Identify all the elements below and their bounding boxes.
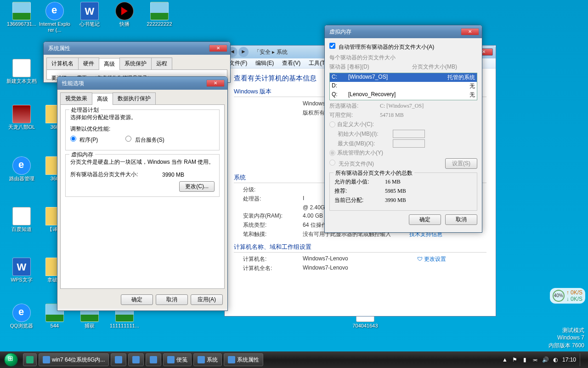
ie-icon (45, 2, 64, 20)
start-button[interactable] (0, 351, 22, 368)
taskbar-item[interactable]: 便笺 (163, 353, 192, 366)
desktop-icon[interactable]: 222222222 (143, 2, 175, 27)
virtual-memory-dialog: 虚拟内存 ✕ 自动管理所有驱动器的分页文件大小(A) 每个驱动器的分页文件大小 … (324, 25, 482, 233)
taskbar-item[interactable] (146, 353, 161, 366)
txt-icon (12, 59, 31, 77)
tab-高级[interactable]: 高级 (99, 58, 120, 70)
apply-button[interactable]: 应用(A) (191, 294, 223, 305)
bgservices-radio[interactable]: 后台服务(S) (125, 136, 164, 144)
desktop-icon[interactable]: 快播 (108, 2, 141, 27)
programs-radio[interactable]: 程序(P) (70, 136, 98, 144)
ie-icon (12, 304, 31, 322)
desktop: 1366967​31...Internet Explorer (...W心书笔记… (0, 0, 588, 368)
network-icon[interactable]: ⫘ (532, 356, 538, 363)
set-button: 设置(S) (445, 158, 477, 169)
desktop-icon[interactable]: WWPS文字 (6, 258, 38, 283)
initial-size-input (393, 130, 425, 138)
desktop-icon[interactable]: 天龙八部OL (6, 105, 38, 130)
clock[interactable]: 17:10 (562, 356, 576, 363)
tabs: 计算机名硬件高级系统保护远程 (46, 58, 227, 70)
desktop-icon[interactable]: 百度知道 (6, 207, 38, 232)
performance-options-dialog: 性能选项 ✕ 视觉效果高级数据执行保护 处理器计划 选择如何分配处理器资源。 调… (57, 76, 228, 311)
tab-视觉效果[interactable]: 视觉效果 (60, 92, 92, 104)
taskbar-item[interactable]: 系统属性 (224, 353, 263, 366)
desktop-icon[interactable]: Internet Explorer (... (39, 2, 71, 33)
tab-远程[interactable]: 远程 (151, 58, 172, 69)
taskbar-item[interactable] (128, 353, 144, 366)
group-label: 虚拟内存 (69, 151, 95, 159)
dialog-title: 性能选项 (60, 80, 206, 87)
close-button[interactable]: ✕ (206, 80, 225, 87)
txt-icon (12, 207, 31, 225)
drive-row[interactable]: C:[Windows7_OS]托管的系统 (330, 73, 477, 82)
section-header: 计算机名称、域和工作组设置 (234, 243, 486, 253)
system-managed-radio: 系统管理的大小(Y) (329, 149, 477, 157)
menu-item[interactable]: 查看(V) (282, 59, 300, 67)
menu-item[interactable]: 文件(F) (229, 59, 247, 67)
custom-size-radio: 自定义大小(C): (329, 121, 477, 128)
ie-icon (12, 156, 31, 175)
close-button[interactable]: ✕ (461, 28, 479, 35)
dialog-title: 虚拟内存 (328, 28, 461, 36)
taskbar-item[interactable] (111, 353, 126, 366)
tab-硬件[interactable]: 硬件 (78, 58, 99, 69)
desktop-icon[interactable]: QQ浏览器 (6, 304, 38, 329)
wps-icon: W (80, 2, 99, 20)
tab-计算机名[interactable]: 计算机名 (46, 58, 79, 69)
desktop-icon[interactable]: 新建文本文档 (6, 59, 38, 84)
tab-系统保护[interactable]: 系统保护 (119, 58, 152, 69)
max-size-input (393, 139, 425, 148)
show-desktop-button[interactable] (580, 353, 584, 366)
drive-row[interactable]: Q:[Lenovo_Recovery]无 (330, 91, 477, 99)
pinned-app[interactable] (23, 353, 37, 366)
desktop-icon[interactable]: 1366967​31... (6, 2, 38, 27)
dialog-title: 系统属性 (46, 45, 209, 52)
tab-高级[interactable]: 高级 (92, 93, 113, 105)
qbo-icon (115, 2, 134, 20)
watermark: 测试模式Windows 7内部版本 7600 (548, 327, 584, 350)
flag-icon[interactable]: ⚑ (512, 356, 518, 363)
wps-icon: W (12, 258, 31, 276)
group-label: 处理器计划 (69, 106, 101, 114)
cancel-button[interactable]: 取消 (156, 294, 188, 305)
ok-button[interactable]: 确定 (121, 294, 153, 305)
no-paging-radio: 无分页文件(N) (329, 160, 374, 168)
ok-button[interactable]: 确定 (409, 214, 441, 225)
change-button[interactable]: 更改(C)... (179, 181, 215, 192)
nav-fwd-icon[interactable]: ► (238, 47, 249, 57)
taskbar-item[interactable]: 系统 (193, 353, 222, 366)
tray-extra-icon[interactable]: ◐ (552, 356, 559, 363)
menu-item[interactable]: 编辑(E) (255, 59, 274, 67)
drive-row[interactable]: D:无 (330, 82, 477, 91)
img-icon (150, 2, 169, 20)
cancel-button[interactable]: 取消 (445, 214, 477, 225)
tray-up-icon[interactable]: ▲ (502, 356, 508, 363)
close-button[interactable]: ✕ (209, 45, 227, 52)
volume-icon[interactable]: 🔊 (542, 356, 548, 363)
tab-数据执行保护[interactable]: 数据执行保护 (113, 92, 156, 104)
desktop-icon[interactable]: W心书笔记 (74, 2, 106, 27)
desktop-icon[interactable]: 路由器管理 (6, 156, 38, 182)
taskbar[interactable]: win7 64位系统6G内...便笺系统系统属性 ▲ ⚑ ▮ ⫘ 🔊 ◐ 17:… (0, 351, 588, 368)
battery-icon[interactable]: ▮ (522, 356, 528, 363)
taskbar-item[interactable]: win7 64位系统6G内... (39, 353, 109, 366)
vmem-total-value: 3990 MB (162, 172, 184, 178)
drives-listbox[interactable]: C:[Windows7_OS]托管的系统D:无Q:[Lenovo_Recover… (329, 73, 477, 100)
change-settings-link[interactable]: 🛡 更改设置 (417, 255, 446, 263)
img-icon (12, 2, 31, 20)
auto-manage-checkbox[interactable]: 自动管理所有驱动器的分页文件大小(A) (329, 44, 434, 50)
network-monitor[interactable]: 40% ↑ 0K/S ↓ 0K/S (550, 288, 585, 304)
game-icon (12, 105, 31, 123)
system-tray[interactable]: ▲ ⚑ ▮ ⫘ 🔊 ◐ 17:10 (502, 353, 588, 366)
